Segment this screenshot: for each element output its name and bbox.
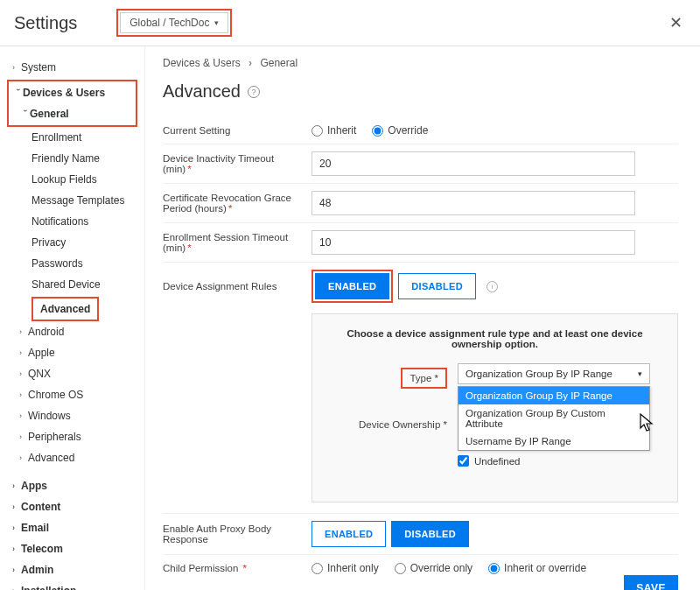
sidebar-item-general[interactable]: ›General bbox=[9, 103, 136, 124]
sidebar-item-windows[interactable]: ›Windows bbox=[7, 405, 137, 426]
toggle-proxy-enabled[interactable]: ENABLED bbox=[312, 521, 386, 547]
sidebar-item-telecom[interactable]: ›Telecom bbox=[7, 538, 137, 559]
radio-inherit-only[interactable]: Inherit only bbox=[312, 562, 379, 574]
sidebar-item-enrollment[interactable]: Enrollment bbox=[7, 127, 137, 148]
page-heading: Settings bbox=[14, 13, 77, 33]
page-title: Advanced ? bbox=[163, 81, 678, 102]
input-inactivity-timeout[interactable] bbox=[312, 151, 635, 176]
sidebar-highlight-devices: ›Devices & Users ›General bbox=[7, 80, 137, 127]
label-current-setting: Current Setting bbox=[163, 125, 312, 136]
chevron-right-icon: › bbox=[12, 481, 21, 490]
save-button[interactable]: SAVE bbox=[624, 575, 678, 590]
label-child-permission: Child Permission * bbox=[163, 563, 312, 573]
highlight-enabled: ENABLED bbox=[312, 270, 393, 303]
close-icon[interactable]: ✕ bbox=[666, 10, 686, 36]
sidebar-item-chrome-os[interactable]: ›Chrome OS bbox=[7, 384, 137, 405]
main-content: Devices & Users › General Advanced ? Cur… bbox=[144, 46, 700, 590]
label-assignment-rules: Device Assignment Rules bbox=[163, 281, 312, 291]
sidebar-item-notifications[interactable]: Notifications bbox=[7, 211, 137, 232]
chevron-right-icon: › bbox=[19, 327, 28, 336]
dropdown-option-username-ip[interactable]: Username By IP Range bbox=[458, 432, 649, 450]
sidebar-item-privacy[interactable]: Privacy bbox=[7, 232, 137, 253]
toggle-rules-disabled[interactable]: DISABLED bbox=[398, 273, 476, 299]
chevron-down-icon: › bbox=[21, 109, 30, 118]
sidebar: ›System ›Devices & Users ›General Enroll… bbox=[0, 46, 144, 590]
chevron-right-icon: › bbox=[19, 390, 28, 399]
label-cert-revocation: Certificate Revocation Grace Period (hou… bbox=[163, 193, 312, 214]
org-selector-label: Global / TechDoc bbox=[130, 17, 209, 29]
chevron-right-icon: › bbox=[12, 502, 21, 511]
sidebar-item-android[interactable]: ›Android bbox=[7, 321, 137, 342]
sidebar-item-admin[interactable]: ›Admin bbox=[7, 559, 137, 580]
label-type: Type * bbox=[326, 363, 458, 389]
dropdown-option-ip-range[interactable]: Organization Group By IP Range bbox=[458, 387, 649, 404]
chevron-right-icon: › bbox=[12, 63, 21, 72]
chevron-right-icon: › bbox=[19, 369, 28, 378]
radio-override-only[interactable]: Override only bbox=[395, 562, 472, 574]
breadcrumb: Devices & Users › General bbox=[163, 57, 678, 69]
org-selector[interactable]: Global / TechDoc ▾ bbox=[120, 12, 228, 33]
chevron-down-icon: ▾ bbox=[214, 18, 219, 27]
sidebar-item-friendly-name[interactable]: Friendly Name bbox=[7, 148, 137, 169]
sidebar-item-shared-device[interactable]: Shared Device bbox=[7, 274, 137, 295]
chevron-right-icon: › bbox=[12, 544, 21, 553]
panel-title: Choose a device assignment rule type and… bbox=[326, 328, 663, 349]
sidebar-item-advanced-platform[interactable]: ›Advanced bbox=[7, 447, 137, 468]
org-selector-highlight: Global / TechDoc ▾ bbox=[116, 9, 232, 37]
sidebar-item-apps[interactable]: ›Apps bbox=[7, 475, 137, 496]
breadcrumb-devices[interactable]: Devices & Users bbox=[163, 57, 241, 69]
sidebar-item-email[interactable]: ›Email bbox=[7, 517, 137, 538]
sidebar-item-system[interactable]: ›System bbox=[7, 57, 137, 78]
chevron-right-icon: › bbox=[12, 565, 21, 574]
label-ownership: Device Ownership * bbox=[326, 415, 458, 430]
chevron-right-icon: › bbox=[19, 411, 28, 420]
assignment-rules-panel: Choose a device assignment rule type and… bbox=[312, 313, 678, 502]
sidebar-item-advanced-sub[interactable]: Advanced bbox=[33, 299, 97, 320]
dropdown-option-custom-attr[interactable]: Organization Group By Custom Attribute bbox=[458, 404, 649, 432]
chevron-right-icon: › bbox=[12, 586, 21, 590]
chevron-right-icon: › bbox=[19, 453, 28, 462]
dropdown-type-options: Organization Group By IP Range Organizat… bbox=[458, 386, 650, 451]
sidebar-item-apple[interactable]: ›Apple bbox=[7, 342, 137, 363]
chevron-down-icon: › bbox=[14, 88, 23, 97]
sidebar-item-peripherals[interactable]: ›Peripherals bbox=[7, 426, 137, 447]
radio-override[interactable]: Override bbox=[372, 124, 428, 137]
input-enroll-timeout[interactable] bbox=[312, 230, 635, 255]
sidebar-highlight-advanced: Advanced bbox=[32, 297, 99, 321]
select-type[interactable]: Organization Group By IP Range ▾ bbox=[458, 363, 650, 384]
info-icon[interactable]: i bbox=[486, 281, 498, 292]
sidebar-item-content[interactable]: ›Content bbox=[7, 496, 137, 517]
sidebar-item-qnx[interactable]: ›QNX bbox=[7, 363, 137, 384]
breadcrumb-general[interactable]: General bbox=[260, 57, 298, 69]
cursor-icon bbox=[639, 412, 656, 433]
input-cert-grace[interactable] bbox=[312, 191, 635, 215]
sidebar-item-devices-users[interactable]: ›Devices & Users bbox=[9, 82, 136, 103]
chevron-right-icon: › bbox=[12, 523, 21, 532]
toggle-rules-enabled[interactable]: ENABLED bbox=[315, 273, 389, 299]
chevron-right-icon: › bbox=[19, 432, 28, 441]
chevron-right-icon: › bbox=[248, 57, 252, 69]
radio-inherit-or-override[interactable]: Inherit or override bbox=[488, 562, 586, 574]
chevron-down-icon: ▾ bbox=[638, 369, 642, 378]
sidebar-item-message-templates[interactable]: Message Templates bbox=[7, 190, 137, 211]
toggle-proxy-disabled[interactable]: DISABLED bbox=[391, 521, 469, 547]
label-auth-proxy: Enable Auth Proxy Body Response bbox=[163, 523, 312, 544]
label-enroll-timeout: Enrollment Session Timeout (min)* bbox=[163, 232, 312, 253]
sidebar-item-passwords[interactable]: Passwords bbox=[7, 253, 137, 274]
label-inactivity: Device Inactivity Timeout (min)* bbox=[163, 153, 312, 174]
chevron-right-icon: › bbox=[19, 348, 28, 357]
sidebar-item-installation[interactable]: ›Installation bbox=[7, 580, 137, 590]
checkbox-undefined[interactable]: Undefined bbox=[458, 455, 663, 467]
radio-inherit[interactable]: Inherit bbox=[312, 124, 356, 137]
sidebar-item-lookup-fields[interactable]: Lookup Fields bbox=[7, 169, 137, 190]
help-icon[interactable]: ? bbox=[248, 86, 260, 98]
